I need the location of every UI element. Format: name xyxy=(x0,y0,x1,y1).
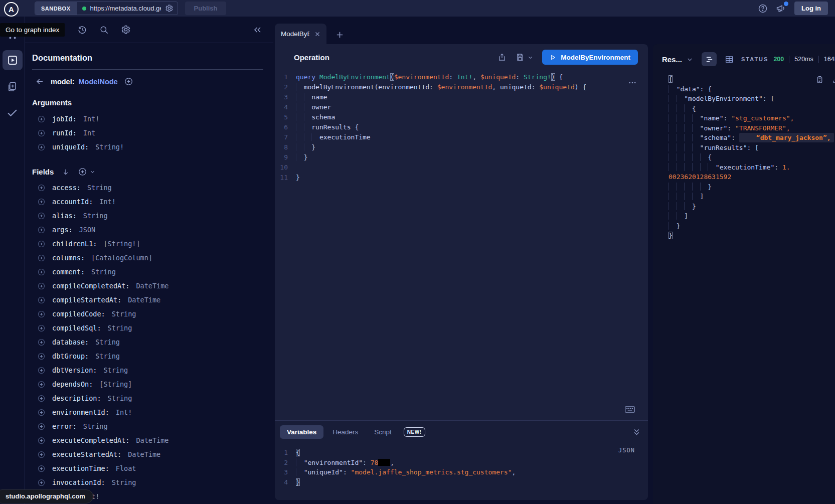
add-to-query-icon[interactable] xyxy=(37,464,46,473)
field-type[interactable]: Int! xyxy=(99,198,116,206)
add-to-query-icon[interactable] xyxy=(37,240,46,248)
share-icon[interactable] xyxy=(497,53,507,62)
field-name[interactable]: database: xyxy=(52,338,89,346)
operation-editor[interactable]: 1query ModelByEnvironment($environmentId… xyxy=(275,67,648,420)
field-type[interactable]: String! xyxy=(95,143,124,151)
run-operation-button[interactable]: ModelByEnvironment xyxy=(542,50,638,65)
field-name[interactable]: runId: xyxy=(52,129,77,137)
add-to-query-icon[interactable] xyxy=(37,366,46,375)
sidebar-item-operations[interactable] xyxy=(3,50,23,70)
operation-tab[interactable]: ModelByEnvi... xyxy=(275,24,326,44)
add-to-query-icon[interactable] xyxy=(37,268,46,276)
field-name[interactable]: jobId: xyxy=(52,115,77,123)
publish-button[interactable]: Publish xyxy=(185,2,227,15)
tab-variables[interactable]: Variables xyxy=(280,425,323,439)
add-to-query-icon[interactable] xyxy=(37,296,46,304)
more-options-icon[interactable] xyxy=(628,78,637,87)
field-type[interactable]: String xyxy=(108,394,132,402)
search-icon[interactable] xyxy=(99,25,109,35)
variables-editor[interactable]: JSON 1{2"environmentId": 78,3"uniqueId":… xyxy=(275,443,648,500)
add-to-query-icon[interactable] xyxy=(37,478,46,487)
add-to-query-icon[interactable] xyxy=(37,282,46,290)
docs-type-link[interactable]: ModelNode xyxy=(79,78,118,86)
tab-headers[interactable]: Headers xyxy=(325,425,365,439)
field-name[interactable]: description: xyxy=(52,394,101,402)
field-type[interactable]: String xyxy=(91,268,116,276)
docs-settings-gear-icon[interactable] xyxy=(121,25,131,35)
field-type[interactable]: DateTime xyxy=(136,436,169,444)
field-type[interactable]: String xyxy=(83,212,108,220)
field-type[interactable]: String xyxy=(95,352,120,360)
field-type[interactable]: String xyxy=(103,366,128,374)
add-all-fields-control[interactable] xyxy=(78,167,95,177)
history-icon[interactable] xyxy=(77,25,87,35)
field-name[interactable]: compiledCode: xyxy=(52,310,105,318)
add-to-query-icon[interactable] xyxy=(37,212,46,220)
field-name[interactable]: dbtGroup: xyxy=(52,352,89,360)
field-type[interactable]: [String!] xyxy=(103,240,140,248)
new-tab-icon[interactable] xyxy=(336,31,344,39)
help-icon[interactable] xyxy=(758,4,768,14)
add-to-query-icon[interactable] xyxy=(37,422,46,431)
field-name[interactable]: access: xyxy=(52,184,81,192)
field-name[interactable]: compiledSql: xyxy=(52,324,101,332)
tab-script[interactable]: Script xyxy=(367,425,399,439)
field-type[interactable]: String xyxy=(95,338,120,346)
add-to-query-icon[interactable] xyxy=(37,115,46,123)
download-response-icon[interactable] xyxy=(832,75,835,84)
add-to-query-icon[interactable] xyxy=(37,338,46,347)
endpoint-url-box[interactable]: https://metadata.cloud.getd xyxy=(77,4,178,13)
add-to-query-icon[interactable] xyxy=(37,129,46,137)
field-name[interactable]: compileStartedAt: xyxy=(52,296,121,304)
add-to-query-icon[interactable] xyxy=(37,254,46,262)
add-field-plus-circle-icon[interactable] xyxy=(124,77,133,86)
keyboard-shortcuts-icon[interactable] xyxy=(625,406,635,413)
apollo-logo[interactable]: A xyxy=(4,2,19,17)
field-name[interactable]: args: xyxy=(52,226,73,234)
field-name[interactable]: alias: xyxy=(52,212,77,220)
sort-icon[interactable] xyxy=(62,168,70,176)
add-to-query-icon[interactable] xyxy=(37,198,46,206)
field-type[interactable]: Int! xyxy=(83,115,100,123)
field-type[interactable]: String xyxy=(83,422,108,430)
add-to-query-icon[interactable] xyxy=(37,184,46,192)
collapse-variables-icon[interactable] xyxy=(632,428,641,436)
add-to-query-icon[interactable] xyxy=(37,324,46,332)
add-to-query-icon[interactable] xyxy=(37,408,46,417)
back-arrow-icon[interactable] xyxy=(35,77,45,86)
field-type[interactable]: Float xyxy=(116,464,136,472)
field-type[interactable]: [CatalogColumn] xyxy=(91,254,152,262)
field-type[interactable]: DateTime xyxy=(128,296,160,304)
field-type[interactable]: String xyxy=(87,184,112,192)
add-to-query-icon[interactable] xyxy=(37,436,46,445)
connection-settings-gear-icon[interactable] xyxy=(165,4,174,13)
add-to-query-icon[interactable] xyxy=(37,143,46,151)
field-type[interactable]: String xyxy=(112,478,136,486)
add-to-query-icon[interactable] xyxy=(37,226,46,234)
field-name[interactable]: executionTime: xyxy=(52,464,109,472)
pretty-view-icon[interactable] xyxy=(702,52,717,66)
field-name[interactable]: columns: xyxy=(52,254,85,262)
field-name[interactable]: invocationId: xyxy=(52,478,105,486)
field-name[interactable]: childrenL1: xyxy=(52,240,97,248)
field-name[interactable]: compileCompletedAt: xyxy=(52,282,129,290)
field-name[interactable]: executeCompletedAt: xyxy=(52,436,129,444)
field-type[interactable]: String xyxy=(108,324,132,332)
add-to-query-icon[interactable] xyxy=(37,380,46,389)
field-type[interactable]: DateTime xyxy=(128,450,160,458)
field-name[interactable]: comment: xyxy=(52,268,85,276)
field-type[interactable]: String xyxy=(112,310,136,318)
field-name[interactable]: dependsOn: xyxy=(52,380,93,388)
close-tab-icon[interactable] xyxy=(314,31,320,37)
endpoint-url-input[interactable]: https://metadata.cloud.getd xyxy=(90,5,161,12)
field-name[interactable]: error: xyxy=(52,422,77,430)
field-name[interactable]: environmentId: xyxy=(52,408,109,416)
field-type[interactable]: [String] xyxy=(99,380,132,388)
copy-response-icon[interactable] xyxy=(815,75,824,84)
field-name[interactable]: executeStartedAt: xyxy=(52,450,121,458)
add-to-query-icon[interactable] xyxy=(37,352,46,361)
field-name[interactable]: dbtVersion: xyxy=(52,366,97,374)
sidebar-item-checks[interactable] xyxy=(3,102,23,122)
save-menu-chevron-icon[interactable] xyxy=(528,55,533,60)
field-type[interactable]: DateTime xyxy=(136,282,169,290)
